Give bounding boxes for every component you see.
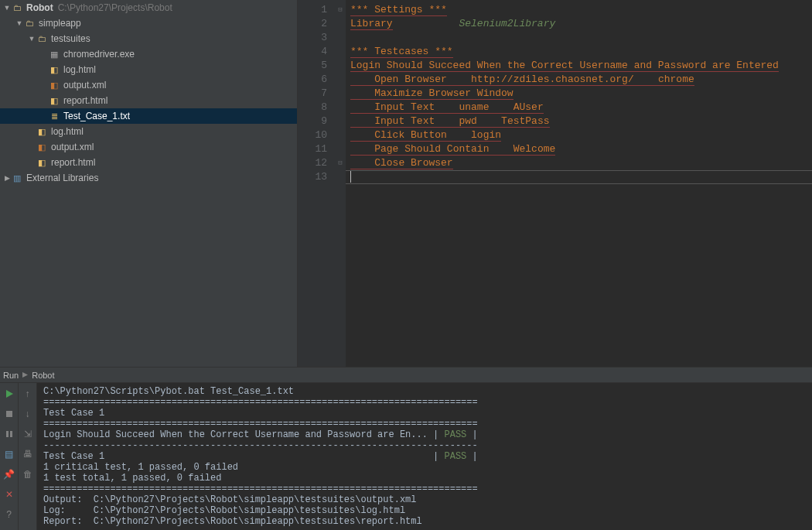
code-token: TestPass [501,115,549,128]
tree-file-output-xml-2[interactable]: ◧ output.xml [0,139,297,155]
code-editor[interactable]: 1234 5678 9101112 13 ⊟ ⊟ *** Settings **… [298,0,812,367]
fold-gutter[interactable]: ⊟ ⊟ [335,0,346,367]
html-file-icon: ◧ [48,63,60,76]
code-token: AUser [513,101,544,114]
svg-marker-0 [22,372,28,378]
xml-file-icon: ◧ [48,79,60,91]
folder-icon: 🗀 [36,32,48,45]
scroll-up-button[interactable]: ↑ [22,388,34,400]
code-token: Input Text [374,115,435,128]
code-token: Close Browser [374,157,452,169]
tree-label: report.html [63,95,107,106]
tree-label: log.html [51,126,84,137]
html-file-icon: ◧ [36,156,48,169]
html-file-icon: ◧ [36,125,48,138]
code-token: Welcome [513,143,556,156]
svg-marker-1 [6,390,13,398]
run-label: Run [3,371,19,380]
code-token: pwd [459,115,476,128]
code-token: Library [350,18,393,30]
tree-folder-testsuites[interactable]: ▼ 🗀 testsuites [0,31,297,46]
stop-button[interactable] [3,408,15,420]
tree-file-report-html-2[interactable]: ◧ report.html [0,155,297,170]
run-config-name: Robot [32,371,54,380]
xml-file-icon: ◧ [36,141,48,153]
run-tool-window-header[interactable]: Run Robot [0,368,812,383]
library-icon: ▥ [11,172,23,184]
folder-icon: 🗀 [23,17,36,29]
code-token: login [471,129,501,142]
tree-file-output-xml[interactable]: ◧ output.xml [0,77,297,93]
clear-button[interactable]: 🗑 [22,468,34,480]
text-file-icon: ≣ [48,110,60,122]
code-token: Open Browser [374,74,447,86]
code-token: *** Testcases *** [350,46,453,58]
expand-arrow-icon[interactable]: ▼ [28,35,36,43]
tree-file-log-html[interactable]: ◧ log.html [0,62,297,77]
svg-rect-2 [6,411,12,417]
code-token: http://zdiles.chaosnet.org/ [471,74,634,86]
code-token: Page Should Contain [374,143,489,156]
code-token: Selenium2Library [459,18,555,29]
run-play-icon [22,371,29,378]
tree-label: output.xml [51,142,94,152]
code-token: Input Text [374,101,435,114]
tree-label: simpleapp [39,18,81,29]
print-button[interactable]: 🖶 [22,448,34,460]
close-button[interactable]: ✕ [3,488,15,501]
run-toolbar-left: ▤ 📌 ✕ ? [0,383,19,530]
tree-label: output.xml [63,80,106,91]
pause-button[interactable] [3,428,15,440]
svg-rect-3 [6,431,9,437]
project-tree[interactable]: ▼ 🗀 Robot C:\Python27\Projects\Robot ▼ 🗀… [0,0,298,367]
svg-rect-4 [10,431,12,437]
soft-wrap-button[interactable]: ⇲ [22,428,34,440]
layout-button[interactable]: ▤ [3,448,15,460]
project-path: C:\Python27\Projects\Robot [58,2,172,13]
rerun-button[interactable] [3,388,15,400]
tree-label: Test_Case_1.txt [63,111,130,121]
expand-arrow-icon[interactable]: ▼ [15,19,23,27]
tree-label: log.html [63,64,96,75]
tree-file-test-case-1[interactable]: ≣ Test_Case_1.txt [0,108,297,124]
pin-button[interactable]: 📌 [3,468,15,480]
console-output[interactable]: C:\Python27\Scripts\Pybot.bat Test_Case_… [37,383,812,530]
run-toolbar-inner: ↑ ↓ ⇲ 🖶 🗑 [19,383,37,530]
tree-file-report-html[interactable]: ◧ report.html [0,93,297,108]
code-token: Login Should Succeed When the Correct Us… [350,60,779,72]
tree-folder-simpleapp[interactable]: ▼ 🗀 simpleapp [0,15,297,31]
expand-arrow-icon[interactable]: ▶ [3,174,11,182]
project-name: Robot [26,2,53,13]
code-token: Maximize Browser Window [374,87,513,100]
tree-file-chromedriver[interactable]: ▦ chromedriver.exe [0,46,297,62]
tree-file-log-html-2[interactable]: ◧ log.html [0,124,297,139]
html-file-icon: ◧ [48,94,60,107]
code-token: *** Settings *** [350,4,447,16]
line-number-gutter: 1234 5678 9101112 13 [298,0,335,367]
folder-icon: 🗀 [11,2,23,14]
tree-label: chromedriver.exe [63,49,135,60]
exe-file-icon: ▦ [48,48,60,60]
tree-root[interactable]: ▼ 🗀 Robot C:\Python27\Projects\Robot [0,0,297,15]
scroll-down-button[interactable]: ↓ [22,408,34,420]
expand-arrow-icon[interactable]: ▼ [3,4,11,12]
code-token: chrome [658,74,694,86]
tree-label: testsuites [51,33,90,44]
code-token: Click Button [374,129,447,142]
tree-external-libraries[interactable]: ▶ ▥ External Libraries [0,170,297,186]
tree-label: External Libraries [26,173,98,183]
code-token: uname [459,101,489,114]
code-content[interactable]: *** Settings *** Library Selenium2Librar… [346,0,812,367]
help-button[interactable]: ? [3,508,15,521]
tree-label: report.html [51,157,95,168]
